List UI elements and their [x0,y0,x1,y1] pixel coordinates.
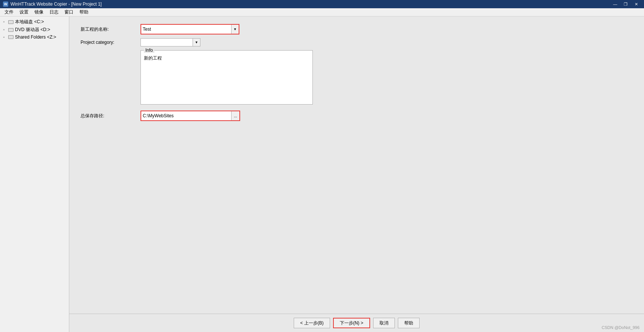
browse-button[interactable]: ... [231,111,239,120]
menu-window[interactable]: 窗口 [61,8,76,16]
titlebar-left: W WinHTTrack Website Copier - [New Proje… [3,1,102,7]
drive-icon-z [8,35,13,39]
sidebar-label-c: 本地磁盘 <C:> [15,19,44,25]
drive-icon-c [8,20,13,24]
sidebar: + 本地磁盘 <C:> + DVD 驱动器 <D:> + Shared Fold… [0,16,69,332]
info-textarea[interactable]: 新的工程 [141,51,312,103]
next-button[interactable]: 下一步(N) > [333,318,370,328]
category-dropdown-arrow[interactable]: ▼ [193,38,200,46]
cancel-button[interactable]: 取消 [373,318,395,328]
sidebar-item-z[interactable]: + Shared Folders <Z:> [0,34,69,40]
info-legend: Info [144,48,154,53]
category-label: Project category: [81,40,140,45]
path-row: 总保存路径: ... [81,111,633,121]
button-row: < 上一步(B) 下一步(N) > 取消 帮助 [69,314,644,332]
category-input[interactable] [140,38,193,46]
expand-arrow-c: + [3,20,7,24]
close-button[interactable]: ✕ [631,1,641,7]
project-name-combo: ▼ [140,24,239,34]
menu-file[interactable]: 文件 [1,8,16,16]
help-button[interactable]: 帮助 [398,318,420,328]
watermark: CSDN @DoNot_996 [602,325,640,330]
sidebar-item-c[interactable]: + 本地磁盘 <C:> [0,18,69,26]
sidebar-label-d: DVD 驱动器 <D:> [15,27,50,33]
content-area: 新工程的名称: ▼ Project category: ▼ Info 新的工程 [69,16,644,332]
menubar: 文件 设置 镜像 日志 窗口 帮助 [0,8,644,16]
info-group: Info 新的工程 [140,50,313,105]
category-row: Project category: ▼ [81,38,633,46]
dialog-area: 新工程的名称: ▼ Project category: ▼ Info 新的工程 [69,16,644,314]
minimize-button[interactable]: — [610,1,620,7]
path-label: 总保存路径: [81,113,140,119]
restore-button[interactable]: ❐ [621,1,631,7]
sidebar-item-d[interactable]: + DVD 驱动器 <D:> [0,26,69,34]
sidebar-label-z: Shared Folders <Z:> [15,34,56,40]
path-input[interactable] [141,111,231,120]
app-icon: W [3,1,8,7]
back-button[interactable]: < 上一步(B) [294,318,330,328]
project-name-dropdown-arrow[interactable]: ▼ [231,25,239,34]
menu-help[interactable]: 帮助 [76,8,91,16]
menu-mirror[interactable]: 镜像 [31,8,46,16]
project-name-input[interactable] [141,25,231,34]
menu-settings[interactable]: 设置 [16,8,31,16]
main-layout: + 本地磁盘 <C:> + DVD 驱动器 <D:> + Shared Fold… [0,16,644,332]
project-name-label: 新工程的名称: [81,26,140,33]
menu-log[interactable]: 日志 [46,8,61,16]
category-combo: ▼ [140,38,200,46]
titlebar-controls: — ❐ ✕ [610,1,641,7]
window-title: WinHTTrack Website Copier - [New Project… [10,1,102,7]
drive-icon-d [8,28,13,32]
project-name-row: 新工程的名称: ▼ [81,24,633,34]
titlebar: W WinHTTrack Website Copier - [New Proje… [0,0,644,8]
expand-arrow-z: + [3,36,7,39]
expand-arrow-d: + [3,28,7,31]
path-group: ... [140,111,240,121]
